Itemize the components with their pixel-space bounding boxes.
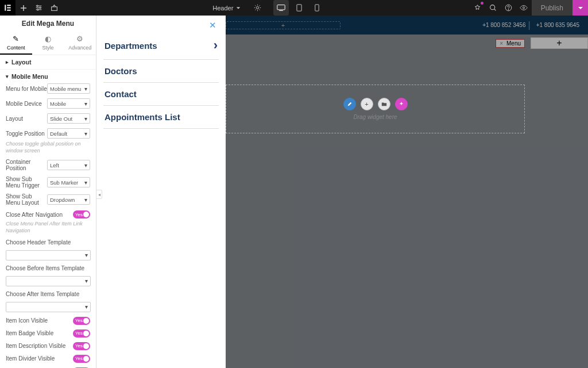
widget-drop-zone[interactable]: + Drag widget here — [226, 85, 525, 133]
control-close-after-nav: Close After Navigation Yes — [0, 208, 96, 221]
ai-button[interactable] — [395, 98, 408, 110]
control-mobile-device: Mobile Device Mobile▾ — [0, 96, 96, 111]
svg-rect-17 — [315, 5, 319, 11]
select-layout[interactable]: Slide Out▾ — [47, 113, 90, 124]
header-selector[interactable]: Header — [207, 5, 246, 12]
control-sub-trigger: Show Sub Menu Trigger Sub Marker▾ — [0, 174, 96, 191]
svg-rect-16 — [297, 5, 301, 11]
select-sub-trigger[interactable]: Sub Marker▾ — [47, 177, 90, 187]
add-element-button[interactable] — [16, 0, 31, 16]
control-container-position: Container Position Left▾ — [0, 156, 96, 174]
svg-point-22 — [523, 7, 525, 9]
toggle-item-desc-visible[interactable]: Yes — [73, 342, 90, 350]
mega-item-doctors[interactable]: Doctors — [103, 60, 219, 83]
tablet-device[interactable] — [291, 0, 307, 16]
edit-widget-button[interactable] — [343, 98, 356, 110]
chevron-down-icon: ▾ — [84, 101, 87, 107]
control-after-template: Choose After Items Template — [0, 289, 96, 302]
publish-options[interactable] — [572, 0, 588, 16]
svg-point-10 — [40, 7, 41, 8]
control-before-template: Choose Before Items Template — [0, 263, 96, 276]
tab-style[interactable]: ◐ Style — [32, 32, 64, 55]
toggle-close-after-nav[interactable]: Yes — [73, 210, 90, 218]
toggle-item-icon-visible[interactable]: Yes — [73, 317, 90, 325]
select-mobile-device[interactable]: Mobile▾ — [47, 98, 90, 109]
svg-point-13 — [257, 6, 259, 9]
select-header-template[interactable]: ▾ — [6, 250, 91, 260]
select-before-template[interactable]: ▾ — [6, 276, 91, 286]
control-menu-for-mobile: Menu for Mobile Mobile menu▾ — [0, 81, 96, 96]
pencil-icon: ✎ — [0, 34, 32, 43]
svg-rect-14 — [277, 5, 285, 10]
add-widget-button[interactable]: + — [361, 98, 373, 110]
toggle-item-badge-visible[interactable]: Yes — [73, 329, 90, 338]
topbar-left — [0, 0, 62, 16]
svg-line-19 — [494, 9, 496, 10]
hint-close-after-nav: Close Menu Panel After Item Link Navigat… — [0, 221, 96, 236]
control-item-icon-visible: Item Icon Visible Yes — [0, 315, 96, 327]
editor-canvas: + +1 800 852 3456 | +1 800 635 9645 × Me… — [226, 16, 588, 368]
select-sub-layout[interactable]: Dropdown▾ — [47, 194, 90, 205]
settings-panel: Edit Mega Menu ✎ Content ◐ Style ⚙ Advan… — [0, 16, 96, 368]
settings-icon[interactable] — [31, 0, 47, 16]
chevron-down-icon: ▾ — [6, 74, 9, 79]
mobile-device[interactable] — [309, 0, 324, 16]
panel-title: Edit Mega Menu — [0, 16, 96, 32]
chevron-down-icon: ▾ — [85, 278, 88, 284]
gear-icon: ⚙ — [64, 34, 96, 43]
chevron-down-icon: ▾ — [84, 86, 87, 92]
select-toggle-position[interactable]: Default▾ — [47, 128, 90, 139]
chevron-down-icon: ▾ — [84, 116, 87, 122]
control-use-breadcrumbs: Use Breadcrumbs? Yes — [0, 365, 96, 368]
drop-zone-buttons: + — [343, 98, 408, 110]
section-mobile-menu[interactable]: ▾Mobile Menu — [0, 70, 96, 81]
chevron-down-icon: ▾ — [85, 304, 88, 310]
svg-rect-12 — [52, 7, 57, 11]
canvas-overlay — [226, 16, 588, 368]
control-item-divider-visible: Item Divider Visible Yes — [0, 352, 96, 365]
svg-rect-2 — [7, 7, 11, 9]
structure-icon[interactable] — [47, 0, 62, 16]
close-icon[interactable]: ✕ — [209, 20, 216, 30]
svg-rect-3 — [7, 10, 11, 11]
notifications-icon[interactable] — [470, 0, 485, 16]
chevron-down-icon: ▾ — [85, 252, 88, 258]
svg-point-18 — [490, 5, 494, 10]
tab-advanced[interactable]: ⚙ Advanced — [64, 32, 96, 55]
select-container-position[interactable]: Left▾ — [47, 160, 90, 170]
mega-menu-preview: ✕ Departments › Doctors Contact Appointm… — [96, 16, 226, 368]
search-icon[interactable] — [485, 0, 501, 16]
select-menu-for-mobile[interactable]: Mobile menu▾ — [47, 83, 90, 94]
help-icon[interactable] — [501, 0, 516, 16]
svg-rect-1 — [7, 5, 11, 6]
drop-hint: Drag widget here — [353, 114, 397, 120]
desktop-device[interactable] — [273, 0, 289, 16]
tab-content[interactable]: ✎ Content — [0, 32, 32, 55]
svg-point-9 — [37, 5, 38, 6]
chevron-down-icon: ▾ — [84, 131, 87, 137]
preview-icon[interactable] — [516, 0, 532, 16]
hint-toggle-position: Choose toggle global position on window … — [0, 141, 96, 156]
chevron-down-icon — [236, 6, 241, 10]
mega-item-appointments[interactable]: Appointments List — [103, 106, 219, 129]
device-switcher — [273, 0, 324, 16]
elementor-logo[interactable] — [0, 0, 16, 16]
panel-tabs: ✎ Content ◐ Style ⚙ Advanced — [0, 32, 96, 55]
style-icon: ◐ — [32, 34, 64, 43]
header-selector-label: Header — [212, 5, 233, 12]
section-layout[interactable]: ▸Layout — [0, 55, 96, 70]
folder-button[interactable] — [378, 98, 390, 110]
chevron-down-icon: ▾ — [84, 179, 87, 186]
mega-item-contact[interactable]: Contact — [103, 83, 219, 106]
control-item-badge-visible: Item Badge Visible Yes — [0, 327, 96, 340]
toggle-item-divider-visible[interactable]: Yes — [73, 355, 90, 363]
chevron-down-icon: ▾ — [84, 197, 87, 203]
publish-button[interactable]: Publish — [532, 0, 572, 16]
control-sub-layout: Show Sub Menu Layout Dropdown▾ — [0, 191, 96, 208]
mega-item-departments[interactable]: Departments › — [103, 32, 219, 60]
svg-rect-0 — [5, 5, 6, 10]
gear-icon[interactable] — [250, 0, 265, 16]
panel-collapse-handle[interactable]: ◂ — [96, 190, 102, 199]
chevron-right-icon: ▸ — [6, 59, 9, 65]
select-after-template[interactable]: ▾ — [6, 302, 91, 312]
